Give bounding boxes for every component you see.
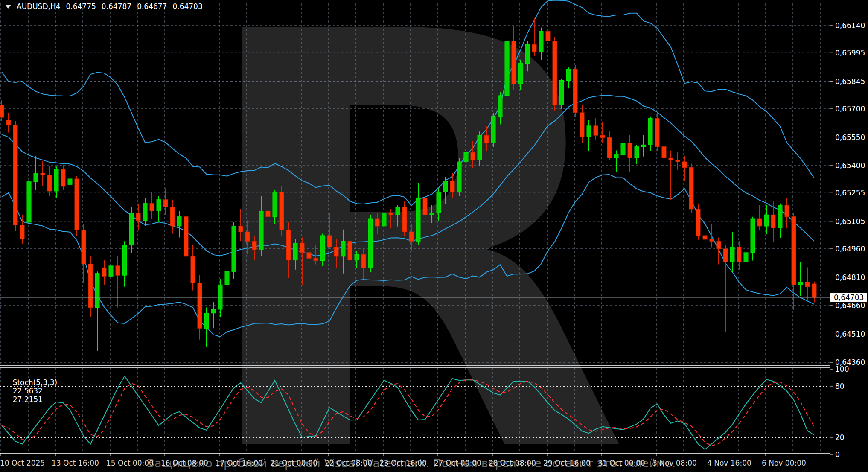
- svg-text:0,64960: 0,64960: [835, 245, 865, 253]
- svg-text:0,65700: 0,65700: [835, 105, 865, 113]
- svg-text:100: 100: [835, 365, 849, 373]
- stochastic-d-value: 27.2151: [13, 395, 43, 404]
- svg-text:10 Oct 2025: 10 Oct 2025: [0, 459, 45, 467]
- title-high-value: 0.64787: [102, 2, 131, 11]
- svg-text:0,66140: 0,66140: [835, 21, 865, 30]
- chart-window: R0,661400,659950,658450,657000,655500,65…: [0, 0, 868, 472]
- svg-text:0: 0: [835, 450, 840, 459]
- svg-text:4 Nov 16:00: 4 Nov 16:00: [707, 459, 751, 467]
- svg-text:13 Oct 16:00: 13 Oct 16:00: [52, 459, 99, 467]
- stochastic-indicator-label: Stoch(5,3,3) 22.5632 27.2151: [3, 370, 62, 412]
- price-chart-canvas[interactable]: R0,661400,659950,658450,657000,655500,65…: [0, 0, 868, 472]
- title-low-value: 0.64677: [137, 2, 167, 11]
- svg-text:0,65400: 0,65400: [835, 161, 865, 170]
- title-open-value: 0.64775: [66, 2, 96, 11]
- title-close-value: 0.64703: [172, 2, 202, 11]
- stochastic-k-value: 22.5632: [13, 387, 43, 395]
- svg-text:15 Oct 00:00: 15 Oct 00:00: [106, 459, 154, 467]
- watermark-trial-text: Защищено пробной версией Visual Watermar…: [147, 457, 676, 470]
- svg-text:20: 20: [835, 433, 845, 442]
- svg-text:0,64510: 0,64510: [835, 330, 865, 338]
- svg-text:80: 80: [835, 382, 845, 390]
- symbol-dropdown-triangle-icon[interactable]: [5, 5, 11, 9]
- bid-price-label: 0,64703: [830, 293, 867, 302]
- svg-text:0,65845: 0,65845: [835, 77, 865, 86]
- svg-text:6 Nov 00:00: 6 Nov 00:00: [762, 459, 806, 467]
- svg-text:0,65255: 0,65255: [835, 189, 865, 197]
- svg-text:0,64660: 0,64660: [835, 301, 865, 310]
- chart-title-bar: AUDUSD,H4 0.64775 0.64787 0.64677 0.6470…: [3, 2, 208, 11]
- svg-text:0,65105: 0,65105: [835, 217, 865, 226]
- symbol-period-label: AUDUSD,H4: [17, 2, 61, 11]
- svg-text:0,64810: 0,64810: [835, 273, 865, 282]
- svg-text:0,65995: 0,65995: [835, 49, 865, 57]
- stochastic-name: Stoch(5,3,3): [13, 378, 58, 387]
- svg-text:0,65550: 0,65550: [835, 133, 865, 142]
- svg-text:0,64703: 0,64703: [834, 293, 864, 302]
